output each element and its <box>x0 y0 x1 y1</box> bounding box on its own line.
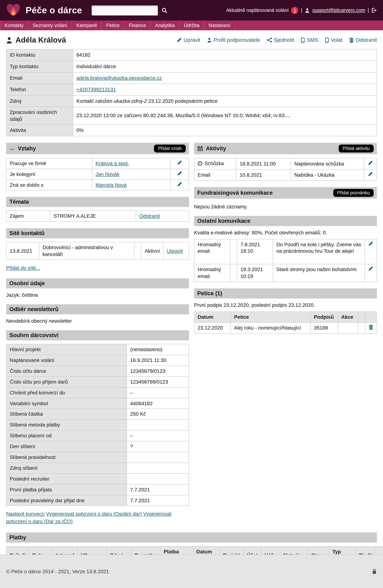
other-comm-table: Hromadný email 7.8.2021 18:10 Do Poodří … <box>194 239 377 282</box>
edit-icon[interactable] <box>177 171 182 176</box>
contact-name: Adéla Králová <box>6 36 66 44</box>
add-relationship-button[interactable]: Přidat vztah <box>154 145 186 152</box>
table-row: Typ kontaktuIndividuální dárce <box>6 61 377 72</box>
planned-calls-label: Aktuálně naplánovaná volání <box>226 8 289 13</box>
table-row: Slíbená metoda platby <box>6 420 189 430</box>
donation-summary-table: Hlavní projekt(nenastaveno) Naplánované … <box>6 344 189 506</box>
merge-button[interactable]: Sjednotit <box>267 37 294 43</box>
contact-email-link[interactable]: adela.kralova@ukazka.peceodarce.cz <box>76 75 162 81</box>
add-to-network-link[interactable]: Přidat do sítě... <box>6 265 40 271</box>
table-row: První platba přijata7.7.2021 <box>6 484 189 495</box>
table-row: Hlavní projekt(nenastaveno) <box>6 344 189 355</box>
search-input[interactable] <box>91 5 158 15</box>
page-footer: © Péče o dárce 2014 - 2021, Verze 13.8.2… <box>0 554 383 588</box>
supporter-profile-button[interactable]: Profil podporovatele <box>207 37 260 43</box>
edit-icon[interactable] <box>177 182 182 187</box>
table-row: Číslo účtu dárce12345679/0123 <box>6 366 189 377</box>
share-icon <box>267 38 272 42</box>
table-row: Slíbená částka250 Kč <box>6 409 189 420</box>
table-row: 13.8.2021 Dobrovolníci - administrativou… <box>6 242 189 260</box>
user-email-link[interactable]: support@bitcarvers.com <box>312 8 365 13</box>
table-row: ID kontaktu64182 <box>6 49 377 61</box>
section-header-activities: Aktivity Přidat aktivitu <box>194 143 377 154</box>
gdpr-value: 23.12.2020 13:00 ze zařízení 80.92.244.3… <box>73 107 377 125</box>
nav-tab-kampane[interactable]: Kampaně <box>72 21 102 30</box>
section-header-networks: Sítě kontaktů <box>6 228 189 238</box>
contact-phone-link[interactable]: +4207399213131 <box>76 86 116 92</box>
nav-tab-nastaveni[interactable]: Nastavení <box>204 21 235 30</box>
networks-table: 13.8.2021 Dobrovolníci - administrativou… <box>6 242 189 260</box>
table-header-row: Datum Petice Podpisů Akce <box>194 312 377 322</box>
left-column: ↔ Vztahy Přidat vztah Pracuje ve firmě K… <box>6 136 189 526</box>
copyright-text: © Péče o dárce 2014 - 2021, Verze 13.8.2… <box>6 568 109 574</box>
nav-tab-seznamy-volani[interactable]: Seznamy volání <box>28 21 72 30</box>
contact-info-table: ID kontaktu64182 Typ kontaktuIndividuáln… <box>6 49 377 136</box>
table-row: Zdroj Kontakt založen ukazka-zdroj-2 23.… <box>6 95 377 107</box>
generate-receipt-personal-link[interactable]: Vygenerovat potvrzení o daru (Osobní dar… <box>46 511 142 517</box>
delete-contact-button[interactable]: Odstranit <box>349 37 377 43</box>
section-header-newsletter: Odběr newsletterů <box>6 304 189 314</box>
edit-icon[interactable] <box>368 266 373 271</box>
edit-icon[interactable] <box>368 160 373 166</box>
table-row: Je kolegyní Jan Novák <box>6 169 189 180</box>
lock-icon <box>372 568 377 574</box>
section-header-topics: Témata <box>6 197 189 207</box>
right-column: Aktivity Přidat aktivitu Schůzka 18.8.20… <box>194 136 377 334</box>
activities-table: Schůzka 18.8.2021 11:00 Naplánována schů… <box>194 158 377 180</box>
call-button[interactable]: Volat <box>325 37 342 43</box>
relationships-table: Pracuje ve firmě Králová a spol. Je kole… <box>6 158 189 190</box>
language-text: Jazyk: čeština <box>6 292 189 298</box>
relationship-link[interactable]: Marcela Nová <box>96 182 127 188</box>
top-header: Péče o dárce Aktuálně naplánovaná volání… <box>0 0 383 21</box>
search-icon[interactable] <box>161 7 167 13</box>
table-row: Den slíbení? <box>6 441 189 452</box>
nav-tab-finance[interactable]: Finance <box>125 21 151 30</box>
edit-contact-button[interactable]: Upravit <box>177 37 200 43</box>
set-conversion-link[interactable]: Nastavit konverzi <box>6 511 44 517</box>
separator: | <box>301 8 302 13</box>
relationship-link[interactable]: Králová a spol. <box>96 160 129 166</box>
edit-icon[interactable] <box>368 171 373 176</box>
table-row: 23.12.2020 Alej roku - nominující/hlasuj… <box>194 322 377 334</box>
contact-header: Adéla Králová Upravit Profil podporovate… <box>6 36 377 44</box>
main-nav: Kontakty Seznamy volání Kampaně Petice F… <box>0 21 383 30</box>
planned-calls-badge[interactable]: 1 <box>291 7 298 14</box>
edit-icon[interactable] <box>368 241 373 246</box>
sms-button[interactable]: SMS <box>301 37 318 43</box>
contact-id-value: 64182 <box>73 49 377 61</box>
section-header-fundraising: Fundraisingová komunikace Přidat poznánk… <box>194 187 377 198</box>
user-icon <box>305 8 310 13</box>
add-activity-button[interactable]: Přidat aktivitu <box>339 145 374 152</box>
nav-tab-udrzba[interactable]: Údržba <box>179 21 204 30</box>
nav-tab-analytika[interactable]: Analytika <box>151 21 180 30</box>
relationship-link[interactable]: Jan Novák <box>96 171 119 177</box>
mobile-phone-icon <box>301 37 305 43</box>
edit-network-link[interactable]: Upravit <box>167 248 183 254</box>
table-row: Chránit před konverzí do– <box>6 387 189 398</box>
activity-value: 0% <box>73 125 377 136</box>
app-title: Péče o dárce <box>26 5 82 16</box>
contact-actions: Upravit Profil podporovatele Sjednotit S… <box>177 37 377 43</box>
page: Péče o dárce Aktuálně naplánovaná volání… <box>0 0 383 588</box>
table-row: Emailadela.kralova@ukazka.peceodarce.cz <box>6 72 377 84</box>
nav-tab-petice[interactable]: Petice <box>102 21 125 30</box>
section-header-donation-summary: Souhrn dárcovství <box>6 330 189 340</box>
add-note-button[interactable]: Přidat poznánku <box>333 189 374 197</box>
clock-icon <box>198 161 202 166</box>
person-icon <box>6 37 12 43</box>
delete-icon[interactable] <box>369 324 373 330</box>
newsletter-text: Neodebírá obecný newsletter <box>6 318 189 324</box>
fundraising-empty-text: Nejsou žádné záznamy. <box>194 204 377 209</box>
nav-tab-kontakty[interactable]: Kontakty <box>0 21 28 30</box>
table-row: Naplánované volání16.9.2021 11:30 <box>6 355 189 366</box>
section-header-petitions: Petice (1) <box>194 288 377 298</box>
remove-topic-link[interactable]: Odstranit <box>139 213 160 219</box>
logout-icon[interactable] <box>371 8 377 13</box>
network-status: Aktivní <box>141 242 163 260</box>
contact-source-value: Kontakt založen ukazka-zdroj-2 23.12.202… <box>73 95 377 107</box>
edit-icon[interactable] <box>177 160 182 165</box>
table-row: Poslední pravidelný dar přijat dne7.7.20… <box>6 495 189 506</box>
section-header-payments: Platby <box>6 533 377 543</box>
table-row: Zdroj slíbení <box>6 463 189 474</box>
petitions-table: Datum Petice Podpisů Akce 23.12.2020 Ale… <box>194 312 377 334</box>
